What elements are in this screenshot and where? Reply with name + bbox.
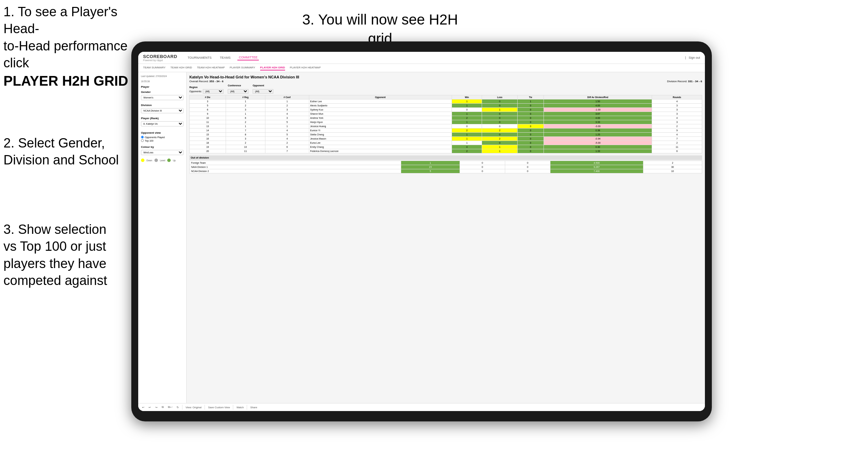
share-btn[interactable]: Share [249, 406, 258, 409]
col-div: # Div [190, 95, 226, 99]
radio-top100[interactable]: Top 100 [141, 139, 183, 142]
cell-div: 18 [190, 141, 226, 145]
subnav-player-h2h-grid[interactable]: PLAYER H2H GRID [260, 65, 285, 70]
cell-name: Alexis Sudjianto [309, 104, 452, 108]
cell-div: 19 [190, 145, 226, 149]
nav-pipe: | [685, 56, 686, 59]
cell-out-win: 1 [401, 161, 460, 165]
nav-teams[interactable]: TEAMS [218, 55, 232, 60]
cell-tie: 0 [518, 120, 544, 124]
cell-name: Euna Lee [309, 141, 452, 145]
cell-diff: 0.38 [544, 128, 652, 133]
cell-loss: 0 [482, 120, 518, 124]
player-rank-select[interactable]: 8. Katelyn Vo [141, 121, 183, 126]
out-div-row: NCAA Division 2 5 0 0 7.400 10 [190, 169, 702, 173]
nav-tournaments[interactable]: TOURNAMENTS [186, 55, 213, 60]
subnav-player-heatmap[interactable]: PLAYER H2H HEATMAP [290, 65, 321, 70]
cell-diff: -5.00 [544, 141, 652, 145]
cell-loss: 2 [482, 128, 518, 133]
col-rounds: Rounds [652, 95, 702, 99]
cell-win: 1 [452, 133, 482, 137]
cell-out-loss: 0 [460, 169, 505, 173]
view-original-btn[interactable]: View: Original [185, 406, 202, 409]
col-reg: # Reg [226, 95, 265, 99]
timestamp-line1: Last Updated: 27/03/2024 [141, 75, 183, 77]
subnav-team-heatmap[interactable]: TEAM H2H HEATMAP [197, 65, 225, 70]
paste-btn[interactable]: ⧉↩ [167, 405, 173, 409]
sign-out-link[interactable]: Sign out [689, 56, 700, 59]
division-record: Division Record: 331 - 34 - 6 [667, 80, 702, 83]
overall-record: Overall Record: 353 - 34 - 6 [189, 80, 224, 83]
opponents-select[interactable]: (All) [203, 89, 224, 94]
radio-opponents-played[interactable]: Opponents Played [141, 136, 183, 139]
cell-rounds: 7 [652, 137, 702, 141]
cell-tie: 0 [518, 112, 544, 116]
opponent-view-section: Opponent view Opponents Played Top 100 [141, 131, 183, 142]
filter-section: Region Opponents: (All) Conference (All) [189, 84, 702, 94]
cell-tie: 1 [518, 99, 544, 104]
cell-out-loss: 0 [460, 165, 505, 169]
cell-rounds: 6 [652, 149, 702, 153]
cell-win: 4 [452, 145, 482, 149]
instruction-2: 2. Select Gender, Division and School [3, 135, 131, 169]
out-div-row: NAIA Division 1 15 0 0 9.267 30 [190, 165, 702, 169]
cell-name: Esther Lee [309, 99, 452, 104]
cell-conf: 7 [265, 149, 309, 153]
table-row: 9 1 4 Sharon Mun 1 0 0 3.67 3 [190, 112, 702, 116]
cell-reg: 2 [226, 141, 265, 145]
cell-diff: 1.50 [544, 99, 652, 104]
step1-bold: PLAYER H2H GRID [3, 73, 128, 88]
refresh-btn[interactable]: ↻ [176, 406, 180, 409]
table-row: 13 1 1 Jessica Huang 0 0 0 -3.00 2 [190, 124, 702, 128]
cell-div: 10 [190, 116, 226, 120]
table-row: 6 3 3 Sydney Kuo 0 1 0 -1.00 3 [190, 108, 702, 112]
colour-by-select[interactable]: Win/Loss [141, 150, 183, 155]
cell-name: Jessica Mason [309, 137, 452, 141]
subnav-team-h2h-grid[interactable]: TEAM H2H GRID [170, 65, 192, 70]
cell-win: 1 [452, 112, 482, 116]
cell-out-diff: 7.400 [550, 169, 643, 173]
panel-title: Katelyn Vo Head-to-Head Grid for Women's… [189, 75, 702, 79]
logo-sub: Powered by clippd [143, 59, 177, 61]
cell-tie: 0 [518, 141, 544, 145]
col-opponent: Opponent [309, 95, 452, 99]
watch-btn[interactable]: Watch [235, 406, 245, 409]
cell-tie: 0 [518, 137, 544, 141]
cell-rounds: 4 [652, 99, 702, 104]
step3-l4: competed against [3, 273, 107, 288]
redo-btn[interactable]: ↪ [154, 406, 159, 409]
cell-conf: 2 [265, 104, 309, 108]
cell-reg: 3 [226, 137, 265, 141]
division-select[interactable]: NCAA Division III NCAA Division I NCAA D… [141, 108, 183, 113]
cell-diff: 0.30 [544, 145, 652, 149]
cell-conf: 1 [265, 99, 309, 104]
cell-out-diff: 9.267 [550, 165, 643, 169]
subnav-player-summary[interactable]: PLAYER SUMMARY [230, 65, 255, 70]
opponent-filter-select[interactable]: (All) [253, 89, 273, 94]
cell-name: Emily Chang [309, 145, 452, 149]
toolbar-sep3 [233, 405, 233, 410]
cell-rounds: 4 [652, 133, 702, 137]
nav-committee[interactable]: COMMITTEE [237, 55, 259, 60]
cell-rounds: 2 [652, 141, 702, 145]
undo2-btn[interactable]: ↩ [148, 406, 152, 409]
subnav-team-summary[interactable]: TEAM SUMMARY [143, 65, 166, 70]
cell-rounds: 9 [652, 128, 702, 133]
cell-conf: 4 [265, 128, 309, 133]
conference-select[interactable]: (All) [228, 89, 248, 94]
cell-win: 1 [452, 104, 482, 108]
cell-loss: 1 [482, 145, 518, 149]
undo-btn[interactable]: ↩ [141, 406, 145, 409]
opponent-label: Opponent [253, 84, 273, 87]
step3-l3: players they have [3, 256, 106, 271]
col-tie: Tie [518, 95, 544, 99]
tablet-screen: SCOREBOARD Powered by clippd TOURNAMENTS… [138, 52, 705, 411]
cell-win: 1 [452, 141, 482, 145]
save-custom-view-btn[interactable]: Save Custom View [207, 406, 231, 409]
copy-btn[interactable]: ⧉ [161, 405, 165, 409]
cell-reg: 1 [226, 124, 265, 128]
cell-conf: 5 [265, 133, 309, 137]
cell-out-rounds: 2 [643, 161, 702, 165]
logo-text: SCOREBOARD [143, 54, 177, 59]
gender-select[interactable]: Women's Men's [141, 95, 183, 100]
